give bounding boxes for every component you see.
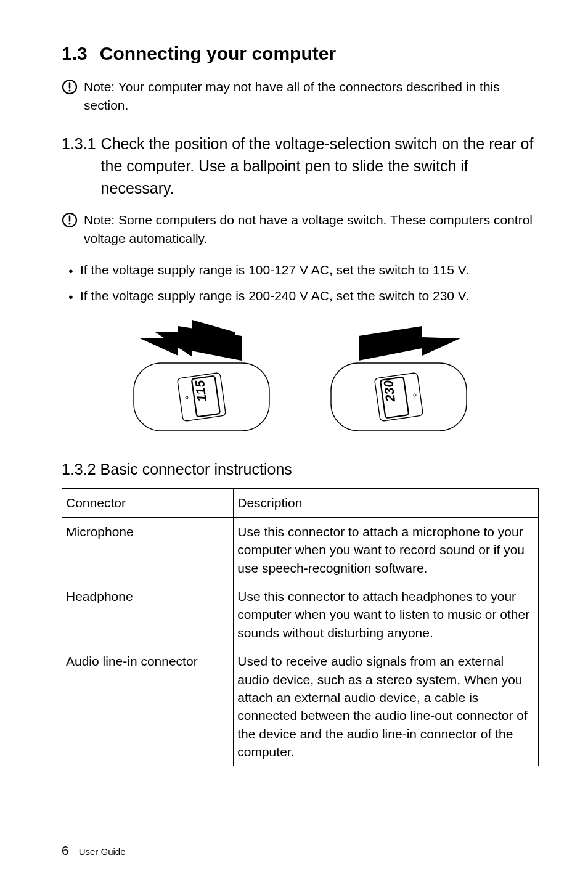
bullet-text: If the voltage supply range is 200-240 V… xyxy=(80,287,539,305)
table-header: Description xyxy=(234,489,539,517)
switch-label-115: 115 xyxy=(192,380,209,403)
note-label: Note: xyxy=(84,213,115,227)
note-body: Your computer may not have all of the co… xyxy=(84,80,500,112)
alert-icon xyxy=(62,212,78,228)
figure-row: 115 230 xyxy=(62,319,539,442)
table-cell: Audio line-in connector xyxy=(62,647,234,766)
section-title: Connecting your computer xyxy=(100,43,336,63)
bullet-marker: • xyxy=(62,261,80,280)
page-content: 1.3Connecting your computer Note: Your c… xyxy=(0,0,588,766)
svg-point-5 xyxy=(68,223,70,224)
svg-point-17 xyxy=(186,396,188,399)
table-cell: Used to receive audio signals from an ex… xyxy=(234,647,539,766)
section-heading: 1.3Connecting your computer xyxy=(62,43,539,64)
voltage-switch-115-figure: 115 xyxy=(121,319,282,442)
subsection-heading: 1.3.1 Check the position of the voltage-… xyxy=(62,133,539,200)
voltage-switch-230-figure: 230 xyxy=(319,319,479,442)
note-body: Some computers do not have a voltage swi… xyxy=(84,213,533,245)
page-footer: 6User Guide xyxy=(62,843,126,858)
svg-rect-19 xyxy=(331,363,467,431)
bullet-marker: • xyxy=(62,287,80,306)
table-header-row: Connector Description xyxy=(62,489,539,517)
bullet-item: • If the voltage supply range is 200-240… xyxy=(62,287,539,306)
subsection-title: Check the position of the voltage-select… xyxy=(101,133,539,200)
note-label: Note: xyxy=(84,80,115,94)
note-block: Note: Your computer may not have all of … xyxy=(62,78,539,115)
page-number: 6 xyxy=(62,843,69,857)
table-header: Connector xyxy=(62,489,234,517)
connector-table: Connector Description Microphone Use thi… xyxy=(62,488,539,766)
svg-point-22 xyxy=(414,394,416,396)
alert-icon xyxy=(62,79,78,95)
footer-label: User Guide xyxy=(79,846,126,857)
subsection-heading: 1.3.2 Basic connector instructions xyxy=(62,460,539,478)
table-cell: Use this connector to attach headphones … xyxy=(234,582,539,647)
note-text: Note: Some computers do not have a volta… xyxy=(84,211,539,248)
note-block: Note: Some computers do not have a volta… xyxy=(62,211,539,248)
table-row: Audio line-in connector Used to receive … xyxy=(62,647,539,766)
switch-label-230: 230 xyxy=(381,380,398,404)
table-cell: Headphone xyxy=(62,582,234,647)
svg-point-2 xyxy=(68,89,70,91)
bullet-item: • If the voltage supply range is 100-127… xyxy=(62,261,539,280)
svg-marker-18 xyxy=(359,326,460,361)
subsection-number: 1.3.1 xyxy=(62,133,96,200)
bullet-text: If the voltage supply range is 100-127 V… xyxy=(80,261,539,279)
note-text: Note: Your computer may not have all of … xyxy=(84,78,539,115)
section-number: 1.3 xyxy=(62,43,88,64)
table-row: Headphone Use this connector to attach h… xyxy=(62,582,539,647)
table-cell: Use this connector to attach a microphon… xyxy=(234,517,539,582)
subsection-number: 1.3.2 xyxy=(62,460,96,478)
table-row: Microphone Use this connector to attach … xyxy=(62,517,539,582)
subsection-title: Basic connector instructions xyxy=(100,460,292,478)
table-cell: Microphone xyxy=(62,517,234,582)
